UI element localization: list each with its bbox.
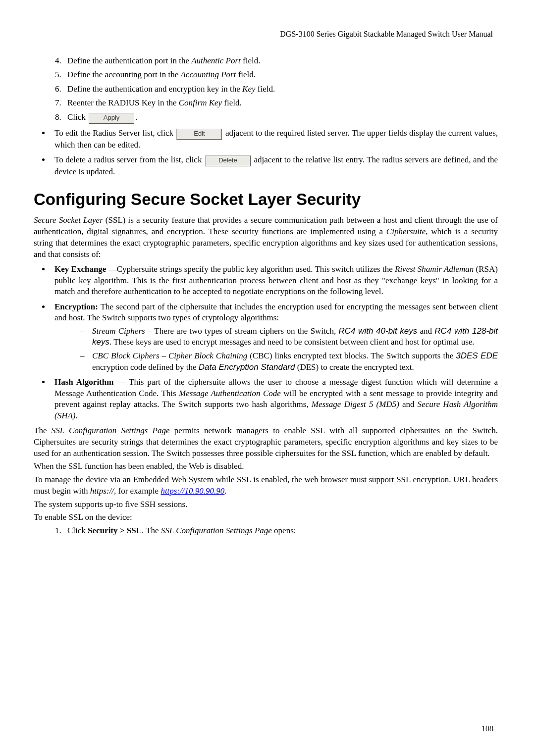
delete-button[interactable]: Delete: [205, 155, 251, 166]
text: – There are two types of stream ciphers …: [145, 326, 339, 336]
text: The second part of the ciphersuite that …: [54, 302, 498, 322]
ssh-sessions-note: The system supports up-to five SSH sessi…: [34, 499, 498, 510]
term: Secure Socket Layer: [34, 215, 103, 225]
list-item: To delete a radius server from the list,…: [51, 154, 498, 177]
web-disabled-note: When the SSL function has been enabled, …: [34, 461, 498, 472]
text: .: [75, 411, 77, 420]
embedded-web-note: To manage the device via an Embedded Web…: [34, 474, 498, 497]
text: Click: [67, 526, 88, 535]
field-name: Key: [242, 84, 255, 94]
term: RC4 with 40-bit keys: [338, 326, 417, 336]
term: Rivest Shamir Adleman: [395, 264, 474, 274]
term: Ciphersuite: [386, 227, 426, 236]
text: field.: [256, 84, 275, 94]
list-item: Key Exchange —Cyphersuite strings specif…: [51, 264, 498, 297]
text: (CBC) links encrypted text blocks. The S…: [247, 351, 456, 360]
list-item: Hash Algorithm — This part of the cipher…: [51, 377, 498, 421]
text: encryption code defined by the: [92, 362, 199, 372]
text: Click: [67, 112, 88, 122]
manual-page: DGS-3100 Series Gigabit Stackable Manage…: [0, 0, 535, 756]
edit-button[interactable]: Edit: [176, 129, 222, 140]
text: and: [417, 326, 434, 336]
list-item: Define the authentication port in the Au…: [63, 55, 498, 66]
term: CBC Block Ciphers – Cipher Block Chainin…: [92, 351, 247, 360]
radius-steps: Define the authentication port in the Au…: [34, 55, 498, 124]
term: Message Authentication Code: [179, 389, 281, 398]
text: (DES) to create the encrypted text.: [295, 362, 414, 372]
list-item: To edit the Radius Server list, click Ed…: [51, 128, 498, 151]
list-item: Define the authentication and encryption…: [63, 84, 498, 95]
text: field.: [222, 98, 242, 107]
term: Data Encryption Standard: [199, 362, 295, 372]
list-item: Click Apply.: [63, 112, 498, 124]
text: Define the accounting port in the: [67, 70, 180, 79]
apply-button[interactable]: Apply: [89, 113, 134, 124]
text: field.: [241, 56, 261, 65]
list-item: Encryption: The second part of the ciphe…: [51, 302, 498, 373]
page-name: SSL Configuration Settings Page: [52, 426, 170, 435]
term: Key Exchange: [54, 264, 108, 274]
term: Stream Ciphers: [92, 326, 145, 336]
enable-ssl-intro: To enable SSL on the device:: [34, 512, 498, 523]
radius-notes: To edit the Radius Server list, click Ed…: [34, 128, 498, 178]
text: field.: [236, 70, 256, 79]
enable-ssl-steps: Click Security > SSL. The SSL Configurat…: [34, 525, 498, 536]
text: .: [135, 112, 137, 122]
term: Hash Algorithm: [54, 377, 117, 387]
page-number: 108: [482, 724, 493, 733]
header-runner: DGS-3100 Series Gigabit Stackable Manage…: [34, 30, 498, 39]
text: opens:: [272, 526, 296, 535]
text: . These keys are used to encrypt message…: [109, 337, 475, 347]
ssl-intro: Secure Socket Layer (SSL) is a security …: [34, 215, 498, 260]
list-item: Reenter the RADIUS Key in the Confirm Ke…: [63, 98, 498, 108]
text: The: [34, 426, 52, 435]
text: , for example: [114, 486, 160, 496]
ciphersuite-parts: Key Exchange —Cyphersuite strings specif…: [34, 264, 498, 421]
field-name: Confirm Key: [179, 98, 222, 107]
text: —Cyphersuite strings specify the public …: [108, 264, 395, 274]
ssl-config-page-desc: The SSL Configuration Settings Page perm…: [34, 425, 498, 459]
term: Encryption:: [54, 302, 98, 311]
text: . The: [142, 526, 161, 535]
text: Define the authentication port in the: [67, 56, 191, 65]
text: Reenter the RADIUS Key in the: [67, 98, 179, 107]
field-name: Authentic Port: [191, 56, 241, 65]
text: To delete a radius server from the list,…: [54, 155, 204, 164]
text: To edit the Radius Server list, click: [54, 128, 175, 138]
section-heading: Configuring Secure Socket Layer Security: [34, 190, 498, 209]
field-name: Accounting Port: [180, 70, 236, 79]
text: and: [399, 400, 418, 409]
page-name: SSL Configuration Settings Page: [161, 526, 272, 535]
list-item: Define the accounting port in the Accoun…: [63, 69, 498, 80]
list-item: Stream Ciphers – There are two types of …: [80, 326, 498, 348]
text: .: [224, 486, 226, 496]
cipher-algorithms: Stream Ciphers – There are two types of …: [54, 326, 498, 373]
term: https://: [90, 486, 114, 496]
text: Define the authentication and encryption…: [67, 84, 242, 94]
term: Message Digest 5 (MD5): [312, 400, 399, 409]
example-url-link[interactable]: https://10.90.90.90: [160, 486, 224, 496]
list-item: Click Security > SSL. The SSL Configurat…: [63, 525, 498, 536]
menu-path: Security > SSL: [88, 526, 142, 535]
term: 3DES EDE: [456, 351, 498, 360]
list-item: CBC Block Ciphers – Cipher Block Chainin…: [80, 351, 498, 373]
